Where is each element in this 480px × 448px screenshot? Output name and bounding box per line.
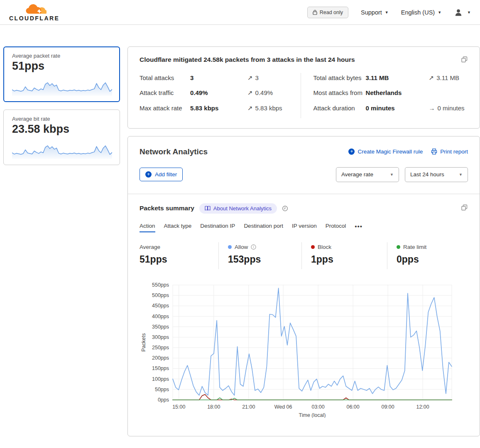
stat-label: Most attacks from: [313, 88, 366, 97]
summary-stat-row: Attack duration0 minutes→0 minutes: [313, 103, 468, 113]
stat-trend: ↗3.11 MB: [429, 73, 459, 83]
chevron-down-icon: ▼: [467, 10, 471, 15]
copy-icon[interactable]: [461, 56, 468, 65]
stat-trend: ↗0.49%: [247, 88, 273, 97]
language-menu[interactable]: English (US) ▼: [401, 9, 441, 16]
stat-label: Attack traffic: [140, 88, 190, 97]
stat-allow: Allowi153pps: [218, 242, 301, 269]
stat-label: Total attack bytes: [313, 73, 366, 83]
book-icon: [205, 206, 211, 211]
packets-summary-title: Packets summary: [140, 205, 194, 212]
svg-text:500pps: 500pps: [152, 292, 169, 298]
cloudflare-logo[interactable]: CLOUDFLARE: [9, 3, 59, 22]
cloudflare-cloud-icon: [25, 3, 47, 16]
account-menu[interactable]: ▼: [454, 8, 471, 17]
page-title: Network Analytics: [140, 147, 208, 156]
tab-destination-port[interactable]: Destination port: [244, 223, 283, 232]
stat-value: 0.49%: [190, 88, 247, 97]
add-filter-label: Add filter: [155, 171, 177, 178]
plus-circle-icon: +: [145, 171, 152, 178]
stat-value: 1pps: [311, 254, 387, 265]
stat-label-text: Average: [140, 244, 160, 250]
print-report-label: Print report: [440, 149, 468, 155]
language-label: English (US): [401, 9, 435, 16]
stat-trend: ↗3: [247, 73, 259, 83]
tab-more-button[interactable]: •••: [355, 223, 362, 232]
packets-summary-section: Packets summary About Network Analytics: [128, 194, 480, 419]
network-analytics-card: Network Analytics + Create Magic Firewal…: [127, 136, 480, 436]
metric-card-column: Average packet rate 51pps Average bit ra…: [3, 46, 120, 173]
legend-dot-rate-limit: [397, 245, 400, 249]
stat-label: Block: [311, 244, 387, 250]
svg-text:i: i: [253, 245, 254, 249]
svg-text:550pps: 550pps: [152, 282, 169, 288]
tab-action[interactable]: Action: [140, 223, 155, 232]
svg-text:100pps: 100pps: [152, 376, 169, 382]
trend-value: 3: [255, 73, 259, 83]
stat-trend: →0 minutes: [429, 103, 465, 113]
metric-value: 23.58 kbps: [12, 123, 111, 136]
metric-value: 51pps: [12, 60, 111, 73]
svg-text:12:00: 12:00: [416, 404, 429, 410]
about-badge-label: About Network Analytics: [213, 205, 272, 212]
summary-stat-row: Total attack bytes3.11 MB↗3.11 MB: [313, 73, 468, 83]
trend-value: 5.83 kbps: [255, 103, 282, 113]
stat-label: Attack duration: [313, 103, 366, 113]
svg-text:0pps: 0pps: [158, 397, 169, 403]
metric-select-value: Average rate: [341, 171, 373, 178]
add-filter-button[interactable]: + Add filter: [140, 168, 183, 181]
logo-wordmark: CLOUDFLARE: [9, 15, 59, 22]
tab-destination-ip[interactable]: Destination IP: [200, 223, 235, 232]
chevron-down-icon: ▼: [390, 173, 394, 177]
metric-card-packet-rate[interactable]: Average packet rate 51pps: [3, 46, 120, 102]
stat-label-text: Rate limit: [403, 244, 426, 250]
stat-label-text: Allow: [235, 244, 248, 250]
trend-arrow-icon: →: [429, 103, 435, 113]
stat-value: 51pps: [140, 254, 218, 265]
svg-text:21:00: 21:00: [242, 404, 255, 410]
svg-text:Time (local): Time (local): [299, 412, 326, 418]
stat-label: Total attacks: [140, 73, 190, 83]
svg-text:15:00: 15:00: [172, 404, 185, 410]
summary-stat-row: Most attacks fromNetherlands: [313, 88, 468, 97]
info-icon[interactable]: i: [251, 244, 256, 250]
create-magic-firewall-rule-link[interactable]: + Create Magic Firewall rule: [348, 149, 423, 155]
packets-line-chart[interactable]: 0pps50pps100pps150pps200pps250pps300pps3…: [140, 281, 468, 419]
support-menu[interactable]: Support ▼: [361, 9, 389, 16]
stat-value: 5.83 kbps: [190, 103, 247, 113]
stat-label: Allowi: [228, 244, 301, 250]
about-network-analytics-badge[interactable]: About Network Analytics: [199, 203, 277, 214]
metric-label: Average packet rate: [12, 53, 111, 59]
stat-value: 153pps: [228, 254, 301, 265]
summary-stat-row: Attack traffic0.49%↗0.49%: [140, 88, 289, 97]
tab-attack-type[interactable]: Attack type: [164, 223, 192, 232]
read-only-badge: Read only: [307, 7, 348, 18]
chevron-down-icon: ▼: [459, 173, 463, 177]
summary-left-column: Total attacks3↗3Attack traffic0.49%↗0.49…: [140, 73, 301, 118]
time-history-icon[interactable]: [282, 205, 288, 212]
tab-ip-version[interactable]: IP version: [292, 223, 317, 232]
legend-dot-allow: [228, 245, 232, 249]
metric-card-bit-rate[interactable]: Average bit rate 23.58 kbps: [3, 110, 120, 165]
stats-row: Average51ppsAllowi153ppsBlock1ppsRate li…: [140, 242, 468, 269]
tab-protocol[interactable]: Protocol: [326, 223, 346, 232]
summary-title: Cloudflare mitigated 24.58k packets from…: [140, 56, 355, 63]
svg-text:300pps: 300pps: [152, 334, 169, 340]
stat-label: Max attack rate: [140, 103, 190, 113]
create-rule-label: Create Magic Firewall rule: [358, 149, 423, 155]
print-report-link[interactable]: Print report: [431, 149, 468, 155]
trend-arrow-icon: ↗: [247, 103, 253, 113]
time-range-select[interactable]: Last 24 hours ▼: [405, 167, 468, 182]
svg-text:Packets: Packets: [141, 333, 147, 351]
svg-text:350pps: 350pps: [152, 324, 169, 329]
copy-icon[interactable]: [461, 204, 468, 213]
stat-block: Block1pps: [301, 242, 387, 269]
stat-trend: ↗5.83 kbps: [247, 103, 282, 113]
summary-right-column: Total attack bytes3.11 MB↗3.11 MBMost at…: [301, 73, 468, 118]
stat-label-text: Block: [318, 244, 331, 250]
legend-dot-block: [311, 245, 315, 249]
tab-bar: ActionAttack typeDestination IPDestinati…: [140, 223, 468, 232]
sparkline-chart: [12, 76, 111, 97]
metric-select[interactable]: Average rate ▼: [336, 167, 399, 182]
lock-icon: [313, 10, 317, 15]
